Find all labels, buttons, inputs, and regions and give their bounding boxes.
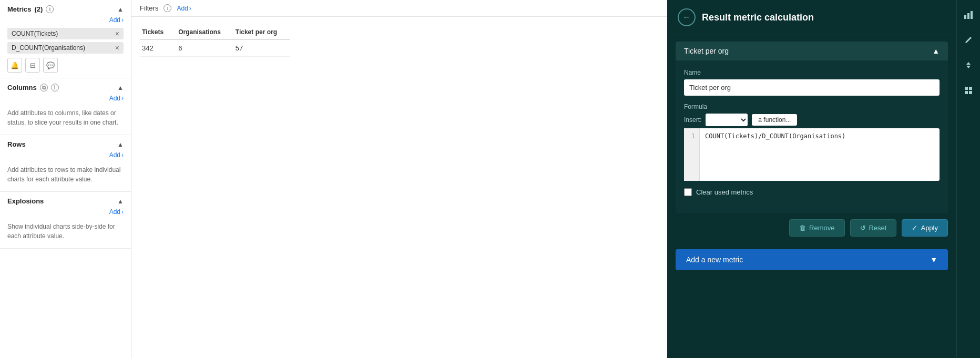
columns-section: Columns ⧉ i ▲ Add › Add attributes to co… — [0, 78, 131, 135]
clear-metrics-label: Clear used metrics — [696, 188, 753, 196]
reset-icon: ↺ — [860, 224, 866, 232]
metrics-info-icon[interactable]: i — [46, 5, 54, 13]
columns-title: Columns ⧉ i — [7, 84, 59, 91]
formula-section: Formula Insert: a function... 1 COUNT(Ti… — [684, 103, 940, 181]
svg-rect-2 — [971, 11, 973, 19]
metric-alarm-icon[interactable]: 🔔 — [7, 58, 22, 73]
rows-collapse-icon[interactable]: ▲ — [117, 141, 124, 148]
svg-rect-6 — [969, 91, 972, 94]
clear-metrics-row: Clear used metrics — [684, 188, 940, 196]
col-header-tickets: Tickets — [140, 25, 176, 39]
svg-rect-0 — [964, 15, 966, 19]
explosions-add-link[interactable]: Add › — [7, 208, 124, 216]
filters-label: Filters — [140, 4, 158, 12]
trash-icon: 🗑 — [799, 224, 806, 232]
rows-description: Add attributes to rows to make individua… — [7, 163, 124, 186]
accordion-chevron-icon: ▲ — [932, 47, 940, 55]
rp-header: ← Result metric calculation — [667, 0, 956, 35]
rows-add-link[interactable]: Add › — [7, 151, 124, 159]
formula-insert-bar: Insert: a function... — [684, 114, 940, 126]
columns-description: Add attributes to columns, like dates or… — [7, 106, 124, 129]
cell-ticket-per-org: 57 — [233, 39, 290, 57]
metric-table-icon[interactable]: ⊟ — [25, 58, 40, 73]
cell-organisations: 6 — [176, 39, 233, 57]
pencil-toolbar-button[interactable] — [960, 32, 977, 48]
metrics-count: (2) — [35, 5, 43, 13]
rows-section: Rows ▲ Add › Add attributes to rows to m… — [0, 135, 131, 192]
grid-toolbar-button[interactable] — [960, 82, 977, 99]
add-metric-chevron-icon: ▼ — [930, 255, 937, 264]
svg-rect-3 — [965, 87, 968, 90]
filters-add-link[interactable]: Add › — [177, 5, 191, 12]
columns-info-icon[interactable]: i — [51, 84, 59, 91]
svg-rect-4 — [969, 87, 972, 90]
metric-action-icons: 🔔 ⊟ 💬 — [7, 58, 124, 73]
left-sidebar: Metrics (2) i ▲ Add › COUNT(Tickets) × D… — [0, 0, 131, 358]
remove-button[interactable]: 🗑 Remove — [789, 219, 844, 237]
cell-tickets: 342 — [140, 39, 176, 57]
svg-rect-5 — [965, 91, 968, 94]
metrics-collapse-icon[interactable]: ▲ — [117, 6, 124, 13]
data-table: Tickets Organisations Ticket per org 342… — [140, 25, 290, 57]
col-header-ticket-per-org: Ticket per org — [233, 25, 290, 39]
metric-remove-btn[interactable]: × — [115, 44, 119, 52]
apply-button[interactable]: ✓ Apply — [902, 219, 948, 237]
formula-label: Formula — [684, 103, 940, 110]
insert-label: Insert: — [684, 116, 701, 124]
metrics-title-text: Metrics — [7, 5, 32, 13]
name-field-label: Name — [684, 69, 940, 76]
metrics-add-link[interactable]: Add › — [7, 16, 124, 24]
col-header-organisations: Organisations — [176, 25, 233, 39]
filters-bar: Filters i Add › — [131, 0, 667, 17]
add-metric-button[interactable]: Add a new metric ▼ — [676, 249, 948, 270]
explosions-collapse-icon[interactable]: ▲ — [117, 198, 124, 205]
function-button[interactable]: a function... — [752, 114, 797, 126]
formula-editor[interactable]: 1 COUNT(Tickets)/D_COUNT(Organisations) — [684, 128, 940, 181]
clear-metrics-checkbox[interactable] — [684, 188, 692, 196]
metric-remove-btn[interactable]: × — [115, 30, 119, 37]
svg-rect-1 — [967, 13, 969, 19]
columns-title-text: Columns — [7, 84, 37, 91]
data-table-container: Tickets Organisations Ticket per org 342… — [131, 17, 667, 65]
explosions-title: Explosions — [7, 197, 44, 205]
table-row: 342 6 57 — [140, 39, 290, 57]
columns-copy-icon[interactable]: ⧉ — [40, 84, 48, 91]
main-content: Filters i Add › Tickets Organisations Ti… — [131, 0, 667, 358]
back-button[interactable]: ← — [678, 8, 696, 26]
rows-title-text: Rows — [7, 140, 26, 148]
metric-chat-icon[interactable]: 💬 — [43, 58, 58, 73]
explosions-title-text: Explosions — [7, 197, 44, 205]
columns-add-link[interactable]: Add › — [7, 95, 124, 102]
far-right-toolbar — [956, 0, 980, 358]
metric-label: D_COUNT(Organisations) — [12, 44, 85, 52]
metric-tag-count-tickets: COUNT(Tickets) × — [7, 28, 124, 39]
chart-toolbar-button[interactable] — [960, 6, 977, 23]
right-panel: ← Result metric calculation Ticket per o… — [667, 0, 956, 358]
metric-accordion-header[interactable]: Ticket per org ▲ — [676, 42, 948, 60]
accordion-metric-name: Ticket per org — [684, 47, 729, 55]
metric-accordion: Ticket per org ▲ Name Formula Insert: a … — [676, 42, 948, 213]
reset-button[interactable]: ↺ Reset — [850, 219, 897, 237]
check-icon: ✓ — [912, 224, 917, 232]
insert-select[interactable] — [706, 114, 748, 126]
formula-code[interactable]: COUNT(Tickets)/D_COUNT(Organisations) — [700, 128, 940, 181]
rows-title: Rows — [7, 140, 26, 148]
metric-label: COUNT(Tickets) — [12, 30, 58, 37]
metric-tag-dcount-orgs: D_COUNT(Organisations) × — [7, 42, 124, 54]
explosions-section: Explosions ▲ Add › Show individual chart… — [0, 192, 131, 249]
metric-accordion-body: Name Formula Insert: a function... 1 COU… — [676, 60, 948, 213]
formula-line-numbers: 1 — [684, 128, 700, 181]
explosions-description: Show individual charts side-by-side for … — [7, 220, 124, 243]
action-buttons: 🗑 Remove ↺ Reset ✓ Apply — [667, 219, 956, 245]
name-field-input[interactable] — [684, 79, 940, 96]
rp-title: Result metric calculation — [702, 12, 814, 23]
metrics-section: Metrics (2) i ▲ Add › COUNT(Tickets) × D… — [0, 0, 131, 78]
sort-toolbar-button[interactable] — [960, 57, 977, 74]
filters-info-icon[interactable]: i — [164, 4, 171, 12]
columns-collapse-icon[interactable]: ▲ — [117, 84, 124, 91]
metrics-title: Metrics (2) i — [7, 5, 54, 13]
